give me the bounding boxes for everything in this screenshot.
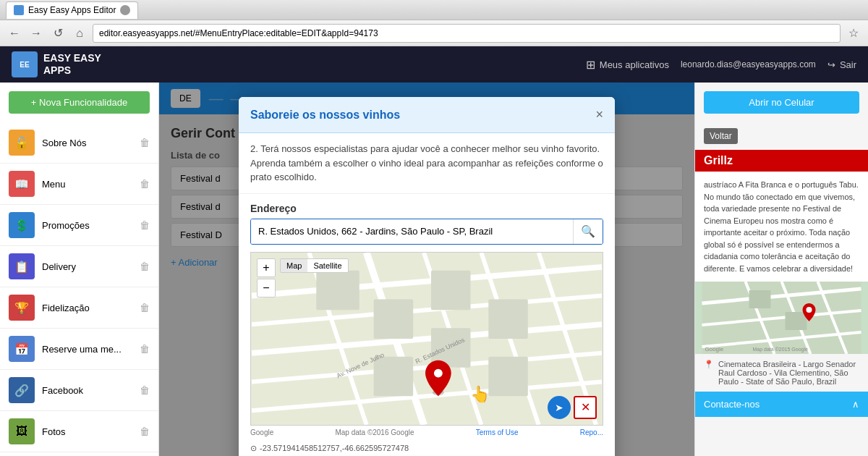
sidebar-label-menu: Menu — [42, 179, 132, 190]
svg-text:👆: 👆 — [470, 384, 490, 404]
trash-icon-fotos[interactable]: 🗑 — [140, 426, 150, 437]
svg-rect-13 — [431, 270, 471, 310]
sidebar-label-reserve: Reserve uma me... — [42, 344, 132, 355]
modal-header: Saboreie os nossos vinhos × — [239, 97, 615, 133]
map-controls: + − — [257, 258, 276, 297]
modal-dialog: Saboreie os nossos vinhos × 2. Terá noss… — [239, 97, 615, 456]
address-text: Cinemateca Brasileira - Largo Senador Ra… — [718, 360, 859, 386]
map-zoom-out-button[interactable]: − — [257, 279, 276, 297]
svg-rect-31 — [786, 312, 807, 330]
map-footer: Google Map data ©2016 Google Terms of Us… — [239, 426, 615, 439]
section-endereco-label: Endereço — [239, 194, 615, 219]
svg-rect-14 — [488, 299, 528, 339]
rp-text-content: austríaco A Fita Branca e o português Ta… — [695, 172, 868, 282]
browser-titlebar: Easy Easy Apps Editor — [0, 0, 868, 20]
coords-icon: ⊙ — [250, 444, 257, 453]
svg-rect-30 — [749, 290, 771, 308]
right-panel: Abrir no Celular Voltar Grillz austríaco… — [694, 83, 868, 456]
trash-icon-sobre-nos[interactable]: 🗑 — [140, 137, 150, 148]
app-header: EE EASY EASY APPS ⊞ Meus aplicativos leo… — [0, 46, 868, 83]
map-zoom-in-button[interactable]: + — [257, 258, 276, 277]
coords-row: ⊙ -23.571941458512757,-46.662595727478 — [239, 439, 615, 457]
sidebar-item-delivery[interactable]: 📋 Delivery 🗑 — [0, 246, 158, 287]
svg-rect-11 — [316, 270, 359, 310]
address-search-button[interactable]: 🔍 — [573, 219, 603, 244]
sidebar-item-reserve[interactable]: 📅 Reserve uma me... 🗑 — [0, 329, 158, 370]
svg-point-21 — [434, 368, 443, 377]
contactos-chevron: ∧ — [852, 399, 859, 410]
meus-aplicativos-button[interactable]: ⊞ Meus aplicativos — [586, 58, 669, 72]
address-bar[interactable] — [93, 24, 841, 43]
address-input[interactable] — [251, 219, 573, 244]
open-celular-button[interactable]: Abrir no Celular — [704, 91, 859, 114]
map-container[interactable]: Map Satellite + − — [250, 252, 603, 426]
logo-text: EASY EASY APPS — [43, 52, 101, 77]
app-logo: EE EASY EASY APPS — [12, 51, 101, 77]
google-label: Google — [250, 428, 273, 436]
terms-label[interactable]: Terms of Use — [476, 428, 519, 436]
modal-description: 2. Terá nossos especialistas para ajudar… — [239, 133, 615, 194]
modal-body: 2. Terá nossos especialistas para ajudar… — [239, 133, 615, 456]
sidebar-item-promocoes[interactable]: 💲 Promoções 🗑 — [0, 205, 158, 246]
menu-icon: 📖 — [9, 171, 35, 197]
rp-address: 📍 Cinemateca Brasileira - Largo Senador … — [695, 354, 868, 392]
modal-close-button[interactable]: × — [595, 107, 603, 122]
main-layout: + Nova Funcionalidade 🔓 Sobre Nós 🗑 📖 Me… — [0, 83, 868, 456]
trash-icon-promocoes[interactable]: 🗑 — [140, 219, 150, 231]
facebook-icon: 🔗 — [9, 377, 35, 403]
map-tab-satellite[interactable]: Satellite — [307, 259, 347, 272]
trash-icon-fidelizacao[interactable]: 🗑 — [140, 302, 150, 313]
tab-close-icon[interactable] — [120, 5, 130, 15]
rp-map-svg: Google Map data ©2015 Google — [695, 282, 868, 354]
map-type-buttons: Map Satellite — [280, 258, 349, 273]
delivery-icon: 📋 — [9, 253, 35, 279]
sidebar-label-fidelizacao: Fidelização — [42, 303, 132, 313]
sidebar: + Nova Funcionalidade 🔓 Sobre Nós 🗑 📖 Me… — [0, 83, 159, 456]
fidelizacao-icon: 🏆 — [9, 295, 35, 321]
tab-favicon-icon — [14, 5, 24, 15]
map-action-buttons: ➤ ✕ — [548, 396, 597, 419]
sidebar-item-fidelizacao[interactable]: 🏆 Fidelização 🗑 — [0, 287, 158, 329]
reserve-icon: 📅 — [9, 336, 35, 362]
address-pin-icon: 📍 — [704, 360, 714, 369]
modal-title: Saboreie os nossos vinhos — [250, 109, 400, 122]
sobre-nos-icon: 🔓 — [9, 130, 35, 156]
sidebar-item-facebook[interactable]: 🔗 Facebook 🗑 — [0, 370, 158, 411]
sidebar-label-promocoes: Promoções — [42, 220, 132, 231]
svg-rect-12 — [374, 299, 414, 339]
trash-icon-reserve[interactable]: 🗑 — [140, 343, 150, 355]
rp-contactos-button[interactable]: Contacte-nos ∧ — [695, 392, 868, 417]
sidebar-item-fotos[interactable]: 🖼 Fotos 🗑 — [0, 411, 158, 452]
sidebar-item-sobre-nos[interactable]: 🔓 Sobre Nós 🗑 — [0, 122, 158, 164]
trash-icon-menu[interactable]: 🗑 — [140, 178, 150, 190]
bookmark-icon[interactable]: ☆ — [845, 25, 862, 42]
nav-back-button[interactable]: ← — [6, 25, 23, 42]
trash-icon-delivery[interactable]: 🗑 — [140, 261, 150, 272]
grid-icon: ⊞ — [586, 58, 595, 72]
report-label[interactable]: Repo... — [580, 428, 603, 436]
svg-rect-17 — [488, 356, 528, 396]
map-pin-button[interactable]: ➤ — [548, 396, 571, 419]
new-func-button[interactable]: + Nova Funcionalidade — [9, 91, 150, 114]
rp-back-button[interactable]: Voltar — [704, 128, 738, 144]
browser-tab[interactable]: Easy Easy Apps Editor — [6, 1, 138, 19]
content-area: DE — — — ☁ Gerir Cont Lista de co Festiv… — [159, 83, 694, 456]
user-email: leonardo.dias@easyeasyapps.com — [681, 59, 816, 69]
map-tab-map[interactable]: Map — [281, 259, 307, 272]
modal-overlay: Saboreie os nossos vinhos × 2. Terá noss… — [159, 83, 694, 456]
nav-home-button[interactable]: ⌂ — [71, 25, 88, 42]
map-clear-button[interactable]: ✕ — [574, 396, 597, 419]
logo-icon: EE — [12, 51, 38, 77]
nav-forward-button[interactable]: → — [27, 25, 45, 42]
svg-rect-15 — [374, 356, 414, 396]
nav-reload-button[interactable]: ↺ — [49, 25, 67, 42]
svg-text:Map data ©2015 Google: Map data ©2015 Google — [753, 347, 808, 352]
logout-button[interactable]: ↪ Sair — [827, 59, 856, 70]
sidebar-item-menu[interactable]: 📖 Menu 🗑 — [0, 164, 158, 205]
fotos-icon: 🖼 — [9, 418, 35, 444]
header-right: ⊞ Meus aplicativos leonardo.dias@easyeas… — [586, 58, 856, 72]
svg-point-32 — [807, 307, 812, 313]
rp-preview-header: Grillz — [695, 150, 868, 172]
sidebar-label-fotos: Fotos — [42, 426, 132, 437]
trash-icon-facebook[interactable]: 🗑 — [140, 384, 150, 396]
